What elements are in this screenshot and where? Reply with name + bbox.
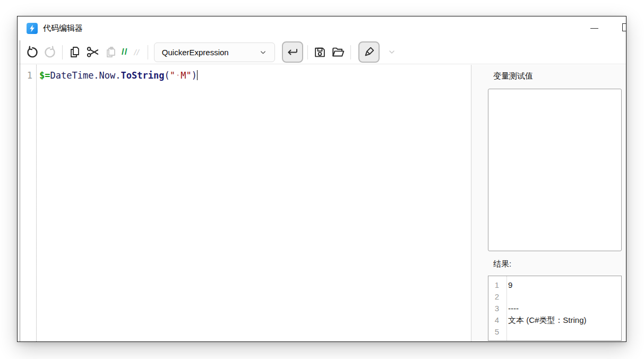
paste-button[interactable] xyxy=(104,45,118,59)
code-line: $=DateTime.Now.ToString("·M") xyxy=(39,70,198,81)
code-token: ( xyxy=(164,70,169,81)
result-line-text xyxy=(503,326,508,338)
code-token: M" xyxy=(181,70,191,81)
result-output[interactable]: 1 9 2 3 ---- 4 文本 (C#类型：String) xyxy=(488,276,622,341)
code-token: " xyxy=(170,70,175,81)
undo-button[interactable] xyxy=(24,45,39,59)
screen: 代码编辑器 xyxy=(0,0,644,359)
line-number-gutter: 1 xyxy=(18,65,37,341)
result-line-text: 文本 (C#类型：String) xyxy=(503,314,587,326)
chevron-down-icon xyxy=(259,48,267,56)
test-panel: 变量测试值 结果: 1 9 2 3 ---- xyxy=(471,65,626,341)
cut-button[interactable] xyxy=(85,45,100,59)
language-selector[interactable]: QuickerExpression xyxy=(154,42,275,62)
language-selector-value: QuickerExpression xyxy=(162,48,229,57)
result-line-number: 3 xyxy=(488,303,503,314)
result-line-number: 1 xyxy=(488,279,503,291)
undo-icon xyxy=(25,46,39,59)
toolbar-separator xyxy=(148,45,148,59)
whitespace-dot: · xyxy=(175,70,181,81)
quicker-logo-icon xyxy=(27,23,38,34)
code-editor-surface[interactable]: 1 $=DateTime.Now.ToString("·M") xyxy=(18,65,471,341)
result-line: 1 9 xyxy=(488,279,621,291)
open-folder-icon xyxy=(331,45,345,59)
clear-highlight-button[interactable] xyxy=(358,41,380,63)
cut-icon xyxy=(86,45,100,59)
code-token: ) xyxy=(192,70,197,81)
result-line-text xyxy=(503,291,508,303)
result-line-text: ---- xyxy=(503,303,519,314)
more-chevron-icon xyxy=(388,48,396,56)
line-number: 1 xyxy=(27,70,32,81)
code-editor-window: 代码编辑器 xyxy=(17,16,626,342)
text-cursor xyxy=(197,70,198,80)
more-options-button[interactable] xyxy=(388,48,396,56)
toolbar-separator xyxy=(62,45,63,59)
minimize-button[interactable] xyxy=(589,25,601,32)
enter-icon xyxy=(286,46,299,58)
result-line: 3 ---- xyxy=(488,303,621,314)
variable-test-input[interactable] xyxy=(488,89,622,251)
toolbar-separator xyxy=(307,45,308,59)
result-label: 结果: xyxy=(493,259,511,269)
result-line-number: 4 xyxy=(488,314,503,326)
comment-button[interactable]: // xyxy=(122,47,127,57)
uncomment-button[interactable]: // xyxy=(134,48,139,57)
code-token: DateTime.Now. xyxy=(50,70,121,81)
toolbar-separator xyxy=(350,45,351,59)
main-area: 1 $=DateTime.Now.ToString("·M") 变量测试值 结果… xyxy=(18,65,626,341)
code-token: $= xyxy=(39,70,50,81)
eraser-icon xyxy=(362,46,375,59)
result-line: 5 xyxy=(488,326,621,338)
toolbar: // // QuickerExpression xyxy=(18,40,626,64)
window-title: 代码编辑器 xyxy=(43,23,83,33)
redo-icon xyxy=(44,46,57,59)
title-bar[interactable]: 代码编辑器 xyxy=(18,16,626,40)
save-icon xyxy=(313,46,327,59)
result-line-number: 5 xyxy=(488,326,503,338)
insert-enter-button[interactable] xyxy=(282,41,303,63)
result-line: 4 文本 (C#类型：String) xyxy=(488,314,621,326)
copy-button[interactable] xyxy=(67,45,82,59)
result-gutter-separator xyxy=(506,276,507,340)
variables-label: 变量测试值 xyxy=(493,71,533,81)
redo-button[interactable] xyxy=(42,45,57,59)
result-line: 2 xyxy=(488,291,621,303)
editor-inner-border xyxy=(20,40,20,341)
open-file-button[interactable] xyxy=(331,45,346,59)
paste-icon xyxy=(105,46,117,58)
maximize-button[interactable] xyxy=(622,23,626,31)
copy-icon xyxy=(68,46,81,58)
result-line-number: 2 xyxy=(488,291,503,303)
save-button[interactable] xyxy=(313,45,328,59)
code-token: ToString xyxy=(121,70,165,81)
result-line-text: 9 xyxy=(503,279,512,291)
